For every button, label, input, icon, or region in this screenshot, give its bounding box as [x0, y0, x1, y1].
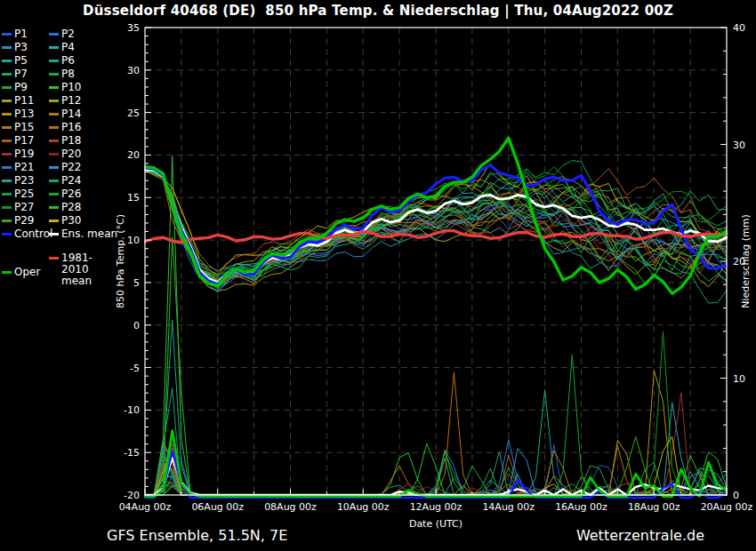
y-left-tick-label: 25: [127, 108, 140, 119]
ensemble-chart: -20-15-10-50510152025303501020304004Aug …: [0, 0, 756, 551]
y-left-tick-label: 30: [127, 65, 140, 76]
wetterzentrale-ensemble-page: Düsseldorf 40468 (DE) 850 hPa Temp. & Ni…: [0, 0, 756, 551]
y-right-axis-label: Niederschlag (mm): [740, 214, 752, 307]
y-right-tick-label: 0: [733, 490, 739, 501]
y-right-tick-label: 10: [733, 373, 745, 385]
site-credit: Wetterzentrale.de: [576, 527, 704, 544]
y-left-tick-label: -20: [124, 490, 140, 501]
x-tick-label: 08Aug 00z: [264, 501, 317, 513]
x-axis-label: Date (UTC): [409, 518, 462, 530]
x-tick-label: 12Aug 00z: [410, 501, 462, 513]
x-tick-label: 04Aug 00z: [119, 501, 172, 513]
y-left-tick-label: -15: [124, 447, 140, 459]
y-left-tick-label: -5: [130, 363, 140, 374]
x-tick-label: 10Aug 00z: [337, 501, 390, 513]
y-left-tick-label: 35: [127, 22, 140, 34]
y-left-tick-label: 5: [133, 277, 140, 289]
y-left-tick-label: 10: [127, 235, 140, 246]
model-run-label: GFS Ensemble, 51.5N, 7E: [107, 527, 287, 544]
x-tick-label: 20Aug 00z: [701, 501, 753, 513]
y-left-tick-label: 20: [127, 149, 140, 161]
y-right-tick-label: 30: [733, 140, 745, 151]
x-tick-label: 16Aug 00z: [555, 501, 607, 513]
y-left-axis-label: 850 hPa Temp. (°C): [115, 214, 126, 308]
y-left-tick-label: 0: [133, 320, 140, 331]
y-right-tick-label: 40: [733, 22, 745, 34]
x-tick-label: 18Aug 00z: [628, 501, 680, 513]
x-tick-label: 14Aug 00z: [482, 501, 535, 513]
y-left-tick-label: 15: [127, 192, 140, 204]
grid-lines: [145, 28, 727, 495]
x-tick-label: 06Aug 00z: [191, 501, 244, 513]
y-left-tick-label: -10: [124, 404, 140, 416]
